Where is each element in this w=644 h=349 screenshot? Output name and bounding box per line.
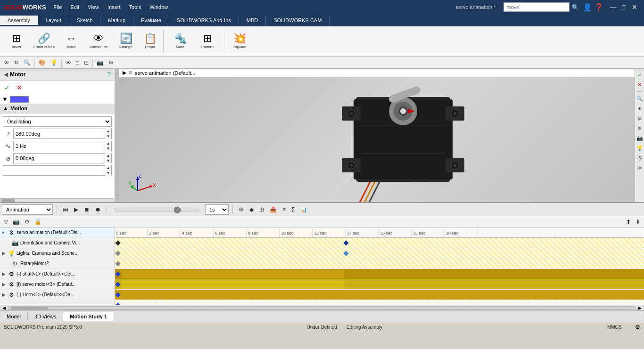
command-search-input[interactable] [504,2,570,12]
tab-solidworks-addins[interactable]: SOLIDWORKS Add-Ins [169,16,239,25]
phase-down-button[interactable]: ▼ [105,158,111,163]
search-icon[interactable]: 🔍 [571,4,579,11]
new-button[interactable]: ⊞ Insert [4,32,29,50]
linear-pattern-button[interactable]: ⊞ Pattern [195,32,220,50]
tl-collapse-icon[interactable]: ⬇ [634,217,642,227]
extra-input[interactable] [3,167,105,174]
displacement-input[interactable] [14,130,105,137]
tab-markup[interactable]: Markup [100,16,133,25]
help-icon[interactable]: ❓ [594,3,603,12]
tl-item-servo[interactable]: ▶ ⚙ (f) servo motor<3> (Defaul... [0,279,115,290]
tab-sketch[interactable]: Sketch [69,16,101,25]
anim-settings-button[interactable]: ⚙ [237,204,246,215]
tl-item-orientation[interactable]: 📷 Orientation and Camera Vi... [0,238,115,248]
side-search-icon[interactable]: 🔍 [636,94,644,103]
side-ok-icon[interactable]: ✓ [636,71,644,79]
anim-calc-button[interactable]: Σ [289,204,297,215]
mate-button[interactable]: 🔩 Mate [167,32,193,50]
change-suppression-button[interactable]: 🔄 Change [113,32,139,50]
tl-item-root[interactable]: ▾ ⚙ servo animation (Default<Dis... [0,227,115,238]
maximize-button[interactable]: □ [619,3,629,11]
appearance-button[interactable]: 🎨 [37,57,48,68]
side-camera-icon[interactable]: 📷 [636,134,644,142]
tl-item-shaft[interactable]: ▶ ⚙ (-) shaft<1> (Default<<Det... [0,269,115,279]
frequency-down-button[interactable]: ▼ [105,146,111,151]
frequency-up-button[interactable]: ▲ [105,141,111,146]
side-render-icon[interactable]: ◎ [636,154,644,162]
tab-evaluate[interactable]: Evaluate [133,16,169,25]
motion-section-header[interactable]: ▲ Motion [0,104,115,114]
menu-file[interactable]: File [50,3,66,11]
stop-button[interactable]: ⏹ [82,204,91,215]
anim-filter-button[interactable]: ⊞ [257,204,266,215]
displacement-down-button[interactable]: ▼ [105,134,111,139]
side-layers-icon[interactable]: ≡ [636,124,644,132]
phase-input[interactable] [14,155,105,162]
panel-scrollbar[interactable] [0,198,115,202]
close-button[interactable]: ✕ [629,3,640,11]
menu-view[interactable]: View [84,3,103,11]
tl-item-rotary[interactable]: ↻ RotaryMotor2 [0,259,115,269]
side-cancel-icon[interactable]: ✕ [636,81,644,89]
tab-3d-views[interactable]: 3D Views [28,312,63,321]
tab-solidworks-cam[interactable]: SOLIDWORKS CAM [266,16,330,25]
tab-assembly[interactable]: Assembly [0,16,38,25]
camera-button[interactable]: 📷 [95,57,106,68]
timeline-slider[interactable] [115,208,199,211]
side-light-icon[interactable]: 💡 [636,144,644,152]
anim-results-button[interactable]: 📊 [298,204,309,215]
panel-resize-handle[interactable] [115,69,119,202]
hscroll-right-btn[interactable]: ▶ [637,306,643,310]
exploded-view-button[interactable]: 💥 Explode [228,32,251,50]
rewind-button[interactable]: ⏮ [61,204,70,215]
tl-gear-icon[interactable]: ⚙ [23,217,32,227]
displacement-up-button[interactable]: ▲ [105,129,111,134]
hide-show-items-button[interactable]: 👁 [64,57,73,68]
extra-down-button[interactable]: ▼ [105,170,111,176]
time-scale-select[interactable]: 1s 2s 5s 10s [205,204,229,215]
tab-layout[interactable]: Layout [38,16,69,25]
show-hide-button[interactable]: 👁 Show/Hide [86,32,111,50]
tl-item-lights[interactable]: ▶ 💡 Lights, Cameras and Scene... [0,248,115,259]
ok-button[interactable]: ✓ [2,82,12,93]
tl-camera-icon[interactable]: 📷 [11,217,22,227]
view-settings-button[interactable]: ⚙ [107,57,116,68]
cancel-button[interactable]: ✕ [14,82,25,93]
menu-edit[interactable]: Edit [66,3,83,11]
view-rotate-button[interactable]: ↻ [12,57,21,68]
tl-lock-icon[interactable]: 🔒 [33,217,43,227]
tl-item-horn[interactable]: ▶ ⚙ (-) Horn<1> (Default<<De... [0,290,115,300]
menu-tools[interactable]: Tools [125,3,145,11]
hscroll-left-btn[interactable]: ◀ [1,306,7,310]
phase-up-button[interactable]: ▲ [105,153,111,158]
anim-keyframe-button[interactable]: ◆ [248,204,256,215]
menu-window[interactable]: Window [146,3,172,11]
viewport[interactable]: ▶ ⚙ servo animation (Default... [119,69,644,202]
color-swatch[interactable] [10,96,29,103]
section-view-button[interactable]: ⊡ [82,57,91,68]
component-properties-button[interactable]: 📋 Props [140,32,159,50]
animation-type-select[interactable]: Animation Basic Motion Motion Analysis [2,204,53,215]
view-orientation-button[interactable]: 👁 [2,57,11,68]
anim-export-button[interactable]: 📤 [268,204,279,215]
status-settings-icon[interactable]: ⚙ [635,324,640,331]
record-button[interactable]: ⏺ [93,204,103,215]
panel-help-icon[interactable]: ? [107,71,111,78]
extra-up-button[interactable]: ▲ [105,165,111,170]
view-zoom-button[interactable]: 🔍 [22,57,33,68]
hscroll-thumb[interactable] [11,307,49,309]
tab-motion-study-1[interactable]: Motion Study 1 [63,312,114,321]
menu-insert[interactable]: Insert [104,3,124,11]
side-more-icon[interactable]: ≫ [636,163,644,172]
tab-model[interactable]: Model [0,312,28,321]
minimize-button[interactable]: — [607,3,619,11]
side-config-icon[interactable]: ⚙ [636,114,644,122]
play-button[interactable]: ▶ [72,204,80,215]
smart-mates-button[interactable]: 🔗 Smart Mates [31,32,57,50]
tl-filter-icon[interactable]: ▽ [2,217,10,227]
motion-type-select[interactable]: Oscillating Constant Speed Linear Segmen… [3,116,112,127]
move-component-button[interactable]: ↔ Move [58,32,84,50]
display-type-button[interactable]: □ [74,57,81,68]
tab-mbd[interactable]: MBD [239,16,266,25]
user-icon[interactable]: 👤 [583,3,592,12]
